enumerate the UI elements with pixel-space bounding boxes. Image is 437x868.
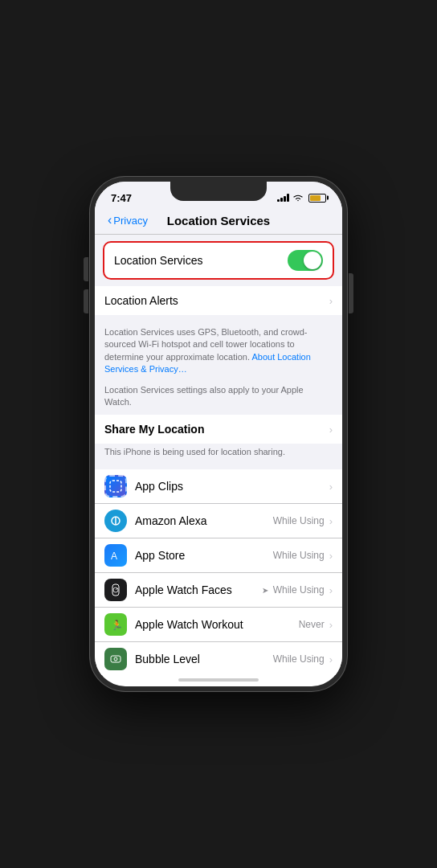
description2: Location Services settings also apply to… bbox=[95, 383, 342, 416]
apple-watch-workout-chevron: › bbox=[329, 619, 333, 631]
amazon-alexa-row[interactable]: Amazon Alexa While Using › bbox=[95, 504, 342, 538]
location-services-toggle[interactable] bbox=[288, 250, 323, 271]
volume-down-button[interactable] bbox=[84, 289, 88, 313]
bubble-level-permission: While Using bbox=[273, 653, 325, 665]
apple-watch-faces-name: Apple Watch Faces bbox=[135, 583, 262, 596]
phone-frame: 7:47 bbox=[90, 177, 347, 691]
app-list-section: App Clips › Amazon Alexa Wh bbox=[95, 469, 342, 675]
svg-rect-0 bbox=[110, 481, 121, 492]
apple-watch-workout-name: Apple Watch Workout bbox=[135, 618, 299, 631]
app-clips-name: App Clips bbox=[135, 480, 329, 493]
location-alerts-label: Location Alerts bbox=[104, 294, 178, 307]
content-area: Location Services Location Alerts › Loca… bbox=[95, 235, 342, 675]
svg-rect-8 bbox=[111, 656, 120, 662]
share-location-label: Share My Location bbox=[104, 423, 204, 436]
location-alerts-section: Location Alerts › bbox=[95, 286, 342, 315]
battery-icon bbox=[308, 194, 326, 203]
amazon-alexa-icon bbox=[104, 510, 127, 532]
status-icons bbox=[277, 194, 326, 203]
apple-watch-faces-location-icon: ➤ bbox=[262, 586, 268, 595]
share-location-row[interactable]: Share My Location › bbox=[95, 415, 342, 444]
app-store-permission: While Using bbox=[273, 550, 325, 561]
app-store-name: App Store bbox=[135, 549, 273, 562]
back-label: Privacy bbox=[113, 215, 148, 227]
amazon-alexa-permission: While Using bbox=[273, 515, 325, 526]
wifi-icon bbox=[292, 194, 304, 202]
bubble-level-chevron: › bbox=[329, 653, 333, 665]
page-title: Location Services bbox=[167, 214, 270, 227]
apple-watch-faces-permission: While Using bbox=[273, 584, 325, 596]
svg-text:🏃: 🏃 bbox=[111, 619, 122, 631]
app-clips-icon bbox=[104, 475, 127, 497]
location-alerts-row[interactable]: Location Alerts › bbox=[95, 286, 342, 315]
notch bbox=[170, 182, 267, 201]
apple-watch-faces-icon bbox=[104, 579, 127, 601]
description2-text: Location Services settings also apply to… bbox=[104, 385, 304, 407]
apple-watch-workout-icon: 🏃 bbox=[104, 613, 127, 636]
app-clips-chevron: › bbox=[329, 481, 333, 493]
toggle-knob bbox=[304, 252, 321, 269]
share-right: › bbox=[329, 424, 333, 436]
power-button[interactable] bbox=[349, 273, 353, 313]
chevron-right-icon: › bbox=[329, 295, 333, 307]
app-clips-row[interactable]: App Clips › bbox=[95, 469, 342, 504]
bubble-level-icon bbox=[104, 648, 127, 670]
bubble-level-name: Bubble Level bbox=[135, 653, 273, 665]
amazon-alexa-chevron: › bbox=[329, 515, 333, 527]
location-services-row[interactable]: Location Services bbox=[104, 243, 333, 278]
location-alerts-right: › bbox=[329, 295, 333, 307]
back-button[interactable]: ‹ Privacy bbox=[108, 214, 148, 227]
location-services-label: Location Services bbox=[114, 254, 203, 267]
svg-line-6 bbox=[116, 588, 117, 590]
apple-watch-faces-chevron: › bbox=[329, 584, 333, 596]
status-time: 7:47 bbox=[111, 192, 132, 204]
svg-text:A: A bbox=[111, 551, 117, 562]
app-store-row[interactable]: A App Store While Using › bbox=[95, 538, 342, 573]
phone-screen: 7:47 bbox=[95, 182, 342, 686]
home-indicator bbox=[178, 678, 259, 682]
amazon-alexa-name: Amazon Alexa bbox=[135, 514, 273, 527]
back-chevron-icon: ‹ bbox=[108, 213, 112, 227]
app-store-icon: A bbox=[104, 544, 127, 567]
bubble-level-row[interactable]: Bubble Level While Using › bbox=[95, 642, 342, 675]
apple-watch-workout-row[interactable]: 🏃 Apple Watch Workout Never › bbox=[95, 608, 342, 642]
location-description: Location Services uses GPS, Bluetooth, a… bbox=[95, 321, 342, 383]
share-chevron-icon: › bbox=[329, 424, 333, 436]
app-store-chevron: › bbox=[329, 550, 333, 562]
share-location-section: Share My Location › bbox=[95, 415, 342, 444]
volume-up-button[interactable] bbox=[84, 257, 88, 281]
apple-watch-faces-row[interactable]: Apple Watch Faces ➤ While Using › bbox=[95, 573, 342, 608]
apple-watch-workout-permission: Never bbox=[299, 619, 325, 630]
svg-point-9 bbox=[114, 657, 117, 661]
location-services-toggle-section: Location Services bbox=[103, 241, 334, 280]
signal-icon bbox=[277, 194, 289, 202]
share-description: This iPhone is being used for location s… bbox=[95, 444, 342, 463]
navigation-bar: ‹ Privacy Location Services bbox=[95, 211, 342, 235]
